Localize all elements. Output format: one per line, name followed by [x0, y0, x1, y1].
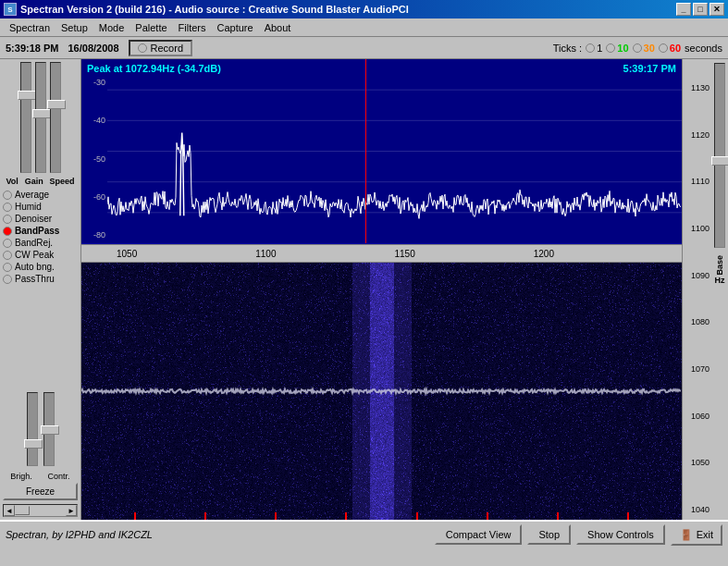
record-button[interactable]: Record	[129, 40, 192, 56]
freq-label-1100: 1100	[255, 249, 276, 259]
status-top-bar: 5:39:18 PM 16/08/2008 Record Ticks : 1 1…	[0, 37, 728, 59]
freq-label-1150: 1150	[395, 249, 415, 259]
scrollbar-left-arrow[interactable]: ◄	[4, 505, 15, 516]
menu-capture[interactable]: Capture	[212, 20, 259, 35]
gain-slider[interactable]	[35, 62, 46, 173]
horizontal-scrollbar[interactable]: ◄ ►	[3, 504, 78, 517]
menu-filters[interactable]: Filters	[173, 20, 212, 35]
freq-scale-1130: 1130	[685, 83, 709, 92]
title-bar-left: S Spectran Version 2 (build 216) - Audio…	[4, 3, 409, 16]
menu-setup[interactable]: Setup	[56, 20, 93, 35]
app-credit: Spectran, by I2PHD and IK2CZL	[6, 529, 429, 540]
tick-marks-bottom	[81, 512, 682, 520]
tick-1[interactable]: 1	[586, 43, 602, 54]
right-freq-scale: 1130 1120 1110 1100 1090 1080 1070 1060 …	[683, 78, 711, 520]
brightness-label: Brigh.	[10, 472, 32, 481]
spectrum-display: Peak at 1072.94Hz (-34.7dB) 5:39:17 PM -…	[81, 59, 682, 244]
tick-10[interactable]: 10	[606, 43, 628, 54]
stop-button[interactable]: Stop	[527, 524, 571, 545]
right-scale-panel: 1130 1120 1110 1100 1090 1080 1070 1060 …	[682, 59, 728, 520]
tick-radio-30	[633, 43, 642, 53]
freq-scale-1060: 1060	[685, 412, 709, 421]
bottom-sliders	[3, 392, 78, 466]
gain-thumb[interactable]	[32, 109, 51, 118]
y-label-30: -30	[81, 78, 107, 87]
gain-label: Gain	[25, 177, 43, 186]
ticks-label: Ticks :	[553, 43, 582, 54]
brightness-thumb[interactable]	[24, 439, 43, 449]
menu-bar: Spectran Setup Mode Palette Filters Capt…	[0, 18, 728, 37]
radio-bandpass-label: BandPass	[15, 226, 59, 236]
compact-view-button[interactable]: Compact View	[435, 524, 523, 545]
spectrum-canvas	[107, 59, 682, 243]
menu-about[interactable]: About	[259, 20, 297, 35]
exit-label: Exit	[697, 529, 713, 540]
minimize-button[interactable]: _	[676, 3, 691, 16]
vol-label: Vol	[6, 177, 18, 186]
radio-bandpass[interactable]: BandPass	[3, 226, 78, 236]
y-label-60: -60	[81, 192, 107, 202]
close-button[interactable]: ✕	[709, 3, 724, 16]
exit-button[interactable]: 🚪 Exit	[671, 524, 722, 546]
radio-bandrej-indicator	[3, 239, 12, 248]
radio-autobng[interactable]: Auto bng.	[3, 262, 78, 272]
record-label: Record	[151, 43, 183, 54]
radio-bandrej[interactable]: BandRej.	[3, 238, 78, 248]
radio-bandpass-indicator	[3, 227, 12, 236]
show-controls-button[interactable]: Show Controls	[576, 524, 665, 545]
scrollbar-thumb-h[interactable]	[15, 506, 30, 515]
contrast-thumb[interactable]	[41, 425, 59, 435]
vol-slider[interactable]	[20, 62, 31, 173]
bottom-bar: Spectran, by I2PHD and IK2CZL Compact Vi…	[0, 520, 728, 548]
freq-label-1050: 1050	[117, 249, 137, 259]
tick-value-1: 1	[597, 43, 602, 54]
maximize-button[interactable]: □	[693, 3, 708, 16]
title-bar-controls: _ □ ✕	[676, 3, 724, 16]
freeze-button[interactable]: Freeze	[3, 483, 78, 500]
speed-thumb[interactable]	[47, 100, 66, 109]
speed-label: Speed	[50, 177, 75, 186]
freq-scale-1110: 1110	[685, 177, 709, 186]
brightness-slider[interactable]	[27, 392, 38, 466]
tick-60[interactable]: 60	[659, 43, 681, 54]
y-label-80: -80	[81, 230, 107, 240]
radio-average[interactable]: Average	[3, 190, 78, 200]
menu-palette[interactable]: Palette	[130, 20, 172, 35]
radio-cwpeak[interactable]: CW Peak	[3, 250, 78, 260]
freq-label-1200: 1200	[534, 249, 554, 259]
window-title: Spectran Version 2 (build 216) - Audio s…	[20, 4, 409, 15]
waterfall-display	[81, 263, 682, 520]
radio-autobng-indicator	[3, 263, 12, 272]
sliders-section	[3, 62, 78, 173]
brightness-contrast-labels: Brigh. Contr.	[3, 472, 78, 481]
vol-thumb[interactable]	[18, 91, 36, 100]
right-slider-panel: Base Hz	[711, 59, 728, 520]
seconds-label: seconds	[685, 43, 722, 54]
title-bar: S Spectran Version 2 (build 216) - Audio…	[0, 0, 728, 18]
tick-30[interactable]: 30	[633, 43, 655, 54]
radio-passthru[interactable]: PassThru	[3, 274, 78, 284]
radio-humid[interactable]: Humid	[3, 202, 78, 212]
radio-cwpeak-indicator	[3, 251, 12, 260]
freq-scale-1040: 1040	[685, 505, 709, 514]
contrast-slider[interactable]	[43, 392, 55, 466]
red-cursor-line	[365, 59, 366, 243]
radio-humid-indicator	[3, 203, 12, 212]
freq-scale-1100: 1100	[685, 224, 709, 233]
scrollbar-right-arrow[interactable]: ►	[66, 505, 77, 516]
record-indicator	[138, 43, 147, 53]
radio-humid-label: Humid	[15, 202, 42, 212]
contrast-label: Contr.	[48, 472, 70, 481]
menu-spectran[interactable]: Spectran	[4, 20, 56, 35]
frequency-axis: 1050 1100 1150 1200	[81, 244, 682, 263]
right-slider-track[interactable]	[714, 63, 725, 248]
right-slider-thumb[interactable]	[711, 156, 728, 166]
y-axis-labels: -30 -40 -50 -60 -80	[81, 78, 107, 243]
menu-mode[interactable]: Mode	[93, 20, 130, 35]
exit-icon: 🚪	[680, 529, 693, 541]
base-hz-label: Base	[715, 255, 724, 276]
radio-denoiser[interactable]: Denoiser	[3, 214, 78, 224]
speed-slider[interactable]	[50, 62, 61, 173]
vgs-labels: Vol Gain Speed	[3, 177, 78, 186]
freq-scale-1090: 1090	[685, 271, 709, 280]
